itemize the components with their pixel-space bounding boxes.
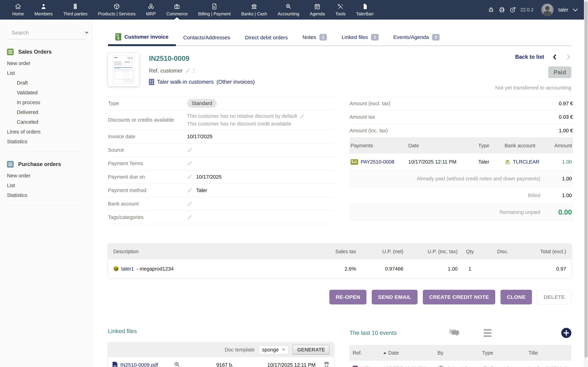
product-ref-link[interactable]: taler1 xyxy=(121,266,134,272)
col-header: Disc. xyxy=(482,249,508,254)
nav-talerbarr[interactable]: TalerBarr xyxy=(352,0,378,20)
edit-pencil-icon[interactable] xyxy=(187,147,192,153)
edit-pencil-icon[interactable] xyxy=(300,113,305,119)
sidebar-item-validated[interactable]: Validated xyxy=(7,88,85,98)
delete-button[interactable]: DELETE xyxy=(537,290,571,304)
generate-button[interactable]: GENERATE xyxy=(293,345,329,355)
nav-third-parties[interactable]: Third parties xyxy=(59,0,92,20)
tab-direct-debit-orders[interactable]: Direct debit orders xyxy=(237,31,295,45)
nav-agenda[interactable]: Agenda xyxy=(305,0,329,20)
navbar-right-tools: ? 22.0.2 taler xyxy=(488,3,576,16)
sidebar-item-in-process[interactable]: In process xyxy=(7,98,85,107)
user-menu-chevron-icon[interactable] xyxy=(573,7,578,12)
messages-icon[interactable] xyxy=(449,328,459,338)
edit-pencil-icon[interactable] xyxy=(187,188,192,193)
tab-contacts-addresses[interactable]: Contacts/Addresses xyxy=(176,31,237,45)
bank-account-link[interactable]: TLRCLEAR xyxy=(513,159,539,165)
nav-label: Products | Services xyxy=(98,11,136,17)
tools-icon xyxy=(337,3,344,10)
send-email-button[interactable]: SEND EMAIL xyxy=(372,290,417,304)
next-record-icon[interactable] xyxy=(565,54,571,60)
nav-accounting[interactable]: $ Accounting xyxy=(273,0,304,20)
ref-colon: : xyxy=(193,68,194,74)
help-icon[interactable]: ? xyxy=(510,7,516,13)
payment-ref-link[interactable]: PAY2510-0008 xyxy=(361,159,394,165)
file-link[interactable]: IN2510-0009.pdf xyxy=(120,362,158,367)
edit-pencil-icon[interactable] xyxy=(187,215,192,220)
clone-button[interactable]: CLONE xyxy=(501,290,532,304)
back-to-list-link[interactable]: Back to list xyxy=(515,54,544,60)
sidebar-item-po-statistics[interactable]: Statistics xyxy=(7,190,85,200)
list-view-icon[interactable] xyxy=(484,329,492,337)
svg-text:$: $ xyxy=(214,6,215,8)
doc-template-select[interactable]: sponge xyxy=(259,345,288,354)
sidebar-divider xyxy=(7,152,85,152)
user-avatar[interactable] xyxy=(541,3,554,16)
page-scrollbar[interactable] xyxy=(584,0,588,367)
sidebar-item-new-order[interactable]: New order xyxy=(7,58,85,68)
col-header-date[interactable]: Date xyxy=(383,350,438,356)
invoice-pdf-thumbnail[interactable] xyxy=(108,53,139,86)
add-event-button[interactable] xyxy=(561,328,571,338)
tab-label: Notes xyxy=(303,34,316,40)
payment-date: 10/17/2025 12:11 PM xyxy=(408,159,478,165)
nav-billing-payment[interactable]: $ Billing | Payment xyxy=(194,0,235,20)
nav-label: Members xyxy=(35,11,53,17)
printer-icon[interactable] xyxy=(499,7,505,13)
edit-pencil-icon[interactable] xyxy=(187,201,192,206)
search-input[interactable] xyxy=(12,30,81,36)
events-table-header: Ref. Date By Type Title xyxy=(349,345,571,361)
nav-banks-cash[interactable]: Banks | Cash xyxy=(237,0,272,20)
invoice-date-value: 10/17/2025 xyxy=(187,134,212,140)
events-title: The last 10 events xyxy=(349,330,397,336)
tab-notes[interactable]: Notes 1 xyxy=(295,30,334,45)
field-type: Type Standard xyxy=(108,97,334,110)
bug-icon[interactable] xyxy=(488,7,494,13)
sidebar-item-canceled[interactable]: Canceled xyxy=(7,117,85,127)
sidebar-item-list[interactable]: List xyxy=(7,68,85,78)
sidebar-item-draft[interactable]: Draft xyxy=(7,78,85,88)
select-caret-icon xyxy=(282,349,285,350)
edit-pencil-icon[interactable] xyxy=(187,161,192,166)
previous-record-icon[interactable] xyxy=(552,54,558,60)
event-title-link[interactable]: Invoice IN2510-0009 change xyxy=(528,366,568,367)
sidebar-item-lines-of-orders[interactable]: Lines of orders xyxy=(7,127,85,137)
other-invoices-link[interactable]: (Other invoices) xyxy=(216,79,255,85)
username-label[interactable]: taler xyxy=(558,7,568,13)
tab-customer-invoice[interactable]: Customer invoice xyxy=(108,30,176,45)
create-credit-note-button[interactable]: CREATE CREDIT NOTE xyxy=(423,290,495,304)
nav-home[interactable]: Home xyxy=(8,0,28,20)
nav-mrp[interactable]: MRP xyxy=(142,0,160,20)
sidebar-item-statistics[interactable]: Statistics xyxy=(7,137,85,146)
sidebar-item-po-list[interactable]: List xyxy=(7,181,85,190)
edit-pencil-icon[interactable] xyxy=(185,68,190,73)
col-header: Type xyxy=(478,143,504,149)
customer-link[interactable]: Taler walk-in customers xyxy=(157,79,214,85)
tab-label: Linked files xyxy=(342,34,368,40)
payment-due-value: 10/17/2025 xyxy=(196,174,222,180)
col-header: Bank account xyxy=(504,143,554,149)
gear-icon xyxy=(482,365,488,367)
detail-columns: Type Standard Discounts or credits avail… xyxy=(108,97,571,224)
nav-members[interactable]: Members xyxy=(30,0,57,20)
sidebar-item-delivered[interactable]: Delivered xyxy=(7,107,85,117)
tab-events-agenda[interactable]: Events/Agenda 2 xyxy=(386,30,447,45)
reopen-button[interactable]: RE-OPEN xyxy=(329,290,366,304)
col-header: Payments xyxy=(351,143,408,149)
scrollbar-thumb[interactable] xyxy=(585,1,588,358)
event-user-link[interactable]: SuperAd... xyxy=(447,366,471,367)
event-ref-link[interactable]: 207 xyxy=(360,366,369,367)
nav-tools[interactable]: Tools xyxy=(331,0,350,20)
nav-products-services[interactable]: Products | Services xyxy=(94,0,140,20)
tab-label: Contacts/Addresses xyxy=(183,35,230,41)
preview-file-icon[interactable] xyxy=(174,361,190,367)
delete-file-icon[interactable] xyxy=(324,361,329,367)
edit-pencil-icon[interactable] xyxy=(187,174,192,179)
sidebar-item-po-new-order[interactable]: New order xyxy=(7,171,85,181)
thumbnail-page xyxy=(112,55,135,84)
suitcase-icon xyxy=(173,3,180,10)
search-dropdown-caret-icon[interactable] xyxy=(85,32,89,34)
nav-commerce[interactable]: Commerce xyxy=(162,0,192,20)
tab-linked-files[interactable]: Linked files 1 xyxy=(334,30,386,45)
field-source: Source xyxy=(108,143,334,157)
